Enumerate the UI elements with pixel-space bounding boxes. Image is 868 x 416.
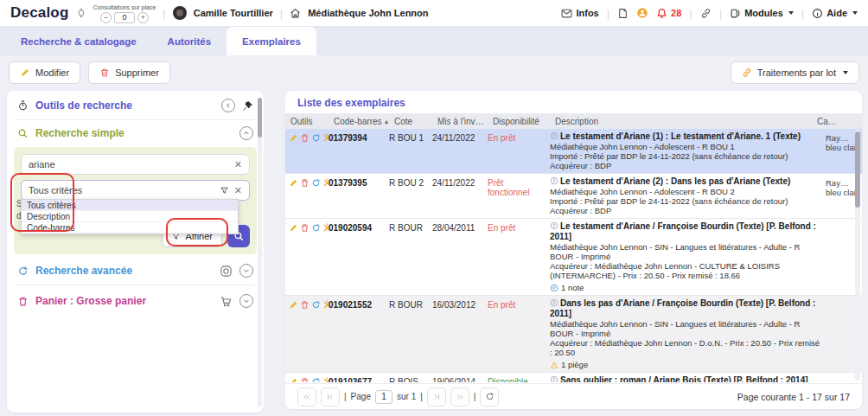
page-input[interactable]	[375, 390, 393, 404]
app-logo: Decalog	[10, 4, 69, 22]
column-header[interactable]: Mis à l'inv…	[437, 117, 489, 126]
results-panel: Liste des exemplaires Outils Code-barres…	[285, 91, 862, 409]
barcode-cell: 019103677	[329, 375, 386, 382]
row-tools	[285, 298, 325, 310]
increment-button[interactable]: +	[137, 12, 149, 23]
separator: |	[719, 7, 722, 20]
edit-icon[interactable]	[289, 178, 298, 188]
pin-icon[interactable]	[242, 100, 253, 112]
modules-menu[interactable]: Modules	[730, 8, 794, 19]
basket-header[interactable]: Panier : Grosse panier	[7, 293, 264, 309]
table-header: Outils Code-barres ▲ Cote Mis à l'inv…	[285, 114, 862, 129]
decrement-button[interactable]: −	[100, 12, 112, 23]
refresh-icon[interactable]	[311, 178, 321, 188]
advanced-search-header[interactable]: Recherche avancée	[7, 263, 264, 278]
tab-recherche-catalogage[interactable]: Recherche & catalogage	[5, 27, 152, 55]
simple-search-header[interactable]: Recherche simple	[7, 125, 264, 141]
last-page-button[interactable]	[450, 387, 469, 406]
criteria-option[interactable]: Description	[22, 211, 238, 222]
edit-icon[interactable]	[289, 133, 298, 143]
sort-icon: ▲	[384, 118, 390, 125]
batch-actions-button[interactable]: Traitements par lot	[731, 61, 859, 84]
table-row[interactable]: 019021552 R BOUR 16/03/2012 En prêt Dans…	[285, 296, 862, 373]
refresh-icon[interactable]	[311, 133, 321, 143]
window-icon[interactable]	[220, 265, 233, 278]
library-name[interactable]: Médiathèque John Lennon	[308, 8, 428, 18]
modify-button[interactable]: Modifier	[9, 61, 80, 84]
search-input[interactable]	[29, 159, 219, 170]
delete-icon[interactable]	[300, 223, 310, 233]
divider	[16, 119, 255, 120]
chevron-up-circle-icon[interactable]	[239, 126, 253, 140]
note-icon	[550, 284, 558, 292]
clear-search-icon[interactable]: ✕	[234, 159, 242, 170]
first-page-button[interactable]	[297, 387, 316, 406]
prev-page-button[interactable]	[321, 387, 340, 406]
delete-icon[interactable]	[300, 300, 310, 310]
table-row[interactable]: 01379395 R BOU 2 24/11/2022 Prêt fonctio…	[285, 174, 862, 219]
infos-menu[interactable]: Infos	[561, 8, 598, 18]
record-title: Le testament d'Ariane (1) : Le testament…	[550, 131, 822, 142]
documents-icon[interactable]	[617, 8, 629, 19]
clear-criteria-icon[interactable]: ✕	[234, 185, 242, 196]
column-header[interactable]: Code-barres ▲	[334, 117, 391, 126]
edit-icon[interactable]	[289, 223, 298, 233]
table-row[interactable]: 01379394 R BOU 1 24/11/2022 En prêt Le t…	[285, 129, 862, 174]
delete-icon[interactable]	[300, 133, 310, 143]
simple-search-title: Recherche simple	[35, 127, 124, 139]
scrollbar-thumb[interactable]	[855, 131, 860, 208]
description-cell: Le testament d'Ariane (2) : Dans les pas…	[550, 176, 822, 215]
infos-label: Infos	[576, 8, 598, 18]
criteria-select[interactable]: Tous critères ✕	[21, 180, 250, 201]
search-icon	[17, 128, 29, 139]
column-header[interactable]: Ca…	[817, 117, 853, 126]
tab-exemplaires[interactable]: Exemplaires	[227, 27, 316, 55]
table-row[interactable]: 019020594 R BOUR 28/04/2011 En prêt Le t…	[285, 219, 862, 296]
status-cell: En prêt	[488, 131, 546, 143]
record-icon	[550, 131, 558, 140]
criteria-option[interactable]: Code-barres	[22, 222, 238, 234]
chevron-down-circle-icon[interactable]	[239, 264, 253, 278]
sidebar-scrollbar[interactable]	[258, 98, 262, 407]
home-icon[interactable]	[290, 8, 301, 19]
toolbar: Modifier Supprimer Traitements par lot	[0, 55, 868, 90]
cote-cell: R BOIS	[389, 375, 429, 382]
modules-label: Modules	[744, 8, 783, 18]
refresh-icon[interactable]	[311, 377, 321, 382]
criteria-option[interactable]: Tous critères	[22, 200, 238, 211]
status-cell: En prêt	[488, 298, 546, 310]
user-avatar[interactable]	[173, 6, 187, 20]
column-header[interactable]: Cote	[394, 117, 434, 126]
column-header[interactable]: Outils	[290, 117, 330, 126]
table-row[interactable]: 019103677 R BOIS 19/06/2014 Disponible S…	[285, 373, 862, 382]
help-menu[interactable]: Aide	[812, 8, 858, 19]
chevron-down-circle-icon[interactable]	[239, 294, 253, 308]
collapse-panel-icon[interactable]	[221, 99, 235, 112]
bulb-icon[interactable]	[636, 7, 648, 19]
refresh-list-button[interactable]	[480, 387, 499, 406]
next-page-button[interactable]	[427, 387, 446, 406]
user-name[interactable]: Camille Tourtillier	[194, 8, 273, 18]
advanced-search-icon	[17, 266, 29, 277]
record-flag: 1 piège	[550, 360, 822, 369]
cart-icon[interactable]	[220, 295, 233, 308]
edit-icon[interactable]	[289, 300, 298, 310]
delete-icon[interactable]	[300, 377, 310, 382]
column-header[interactable]: Description	[555, 117, 814, 126]
scrollbar-thumb[interactable]	[258, 98, 262, 138]
refresh-icon[interactable]	[311, 300, 321, 310]
table-scrollbar[interactable]	[855, 130, 860, 381]
separator: |	[607, 7, 610, 20]
edit-icon[interactable]	[289, 377, 298, 382]
tools-section-header[interactable]: Outils de recherche	[7, 98, 264, 113]
delete-icon[interactable]	[300, 178, 310, 188]
pagination-summary: Page courante 1 - 17 sur 17	[737, 392, 850, 402]
refresh-icon[interactable]	[311, 223, 321, 233]
search-field: ✕	[21, 154, 250, 175]
link-icon[interactable]	[700, 8, 712, 19]
tab-autorites[interactable]: Autorités	[152, 27, 227, 55]
notifications[interactable]: 28	[656, 8, 681, 19]
column-header[interactable]: Disponibilité	[493, 117, 552, 126]
delete-button[interactable]: Supprimer	[88, 61, 170, 84]
record-title: Sans oublier : roman / Ariane Bois (Text…	[550, 375, 822, 382]
